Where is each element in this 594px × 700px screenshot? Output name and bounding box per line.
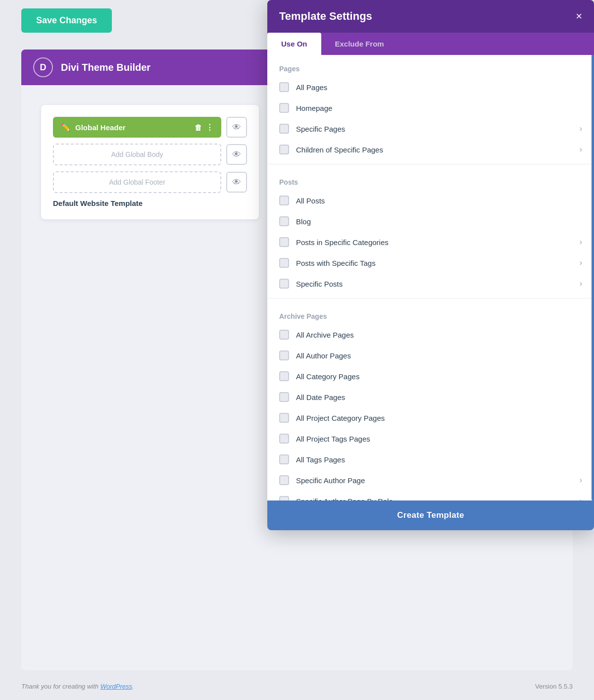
footer-text: Thank you for creating with WordPress. <box>21 683 134 690</box>
option-homepage[interactable]: Homepage <box>267 98 594 118</box>
global-header-row: ✏️ Global Header 🗑 ⋮ 👁 <box>53 117 247 138</box>
modal-header: Template Settings × <box>267 0 594 33</box>
scroll-indicator <box>592 55 594 500</box>
global-header-button[interactable]: ✏️ Global Header 🗑 ⋮ <box>53 117 221 138</box>
option-all-author-pages[interactable]: All Author Pages <box>267 345 594 366</box>
body-visibility-button[interactable]: 👁 <box>226 144 247 165</box>
checkbox-all-category-pages[interactable] <box>279 371 289 381</box>
pages-section-label: Pages <box>267 55 594 77</box>
checkbox-blog[interactable] <box>279 216 289 226</box>
label-children-specific-pages: Children of Specific Pages <box>296 146 573 154</box>
checkbox-all-date-pages[interactable] <box>279 392 289 402</box>
divider-pages-posts <box>267 164 594 164</box>
checkbox-all-project-tags-pages[interactable] <box>279 434 289 444</box>
header-action-icons: 🗑 ⋮ <box>195 123 213 132</box>
option-all-archive-pages[interactable]: All Archive Pages <box>267 324 594 345</box>
version-text: Version 5.5.3 <box>535 683 573 690</box>
label-blog: Blog <box>296 217 582 226</box>
eye-icon-footer: 👁 <box>232 177 241 188</box>
checkbox-posts-specific-categories[interactable] <box>279 237 289 247</box>
checkbox-posts-specific-tags[interactable] <box>279 258 289 268</box>
option-blog[interactable]: Blog <box>267 211 594 232</box>
label-all-archive-pages: All Archive Pages <box>296 331 582 339</box>
label-all-pages: All Pages <box>296 83 582 92</box>
chevron-posts-specific-categories: › <box>580 238 582 247</box>
label-all-tags-pages: All Tags Pages <box>296 455 582 464</box>
option-specific-author-page-by-role[interactable]: Specific Author Page By Role › <box>267 491 594 500</box>
divi-title: Divi Theme Builder <box>61 62 150 73</box>
checkbox-children-specific-pages[interactable] <box>279 145 289 154</box>
footer-suffix: . <box>132 683 134 690</box>
chevron-children-specific-pages: › <box>580 145 582 154</box>
label-all-project-category-pages: All Project Category Pages <box>296 414 582 422</box>
label-all-project-tags-pages: All Project Tags Pages <box>296 435 582 443</box>
chevron-specific-author-page-by-role: › <box>580 497 582 500</box>
option-children-specific-pages[interactable]: Children of Specific Pages › <box>267 139 594 160</box>
option-specific-posts[interactable]: Specific Posts › <box>267 273 594 294</box>
option-all-project-tags-pages[interactable]: All Project Tags Pages <box>267 428 594 449</box>
checkbox-all-pages[interactable] <box>279 82 289 92</box>
label-all-category-pages: All Category Pages <box>296 372 582 381</box>
footer-prefix: Thank you for creating with <box>21 683 100 690</box>
option-all-tags-pages[interactable]: All Tags Pages <box>267 449 594 470</box>
checkbox-specific-author-page[interactable] <box>279 475 289 485</box>
checkbox-all-project-category-pages[interactable] <box>279 413 289 423</box>
eye-icon-body: 👁 <box>232 150 241 160</box>
label-specific-author-page: Specific Author Page <box>296 476 573 485</box>
tab-use-on[interactable]: Use On <box>267 33 321 55</box>
option-specific-pages[interactable]: Specific Pages › <box>267 118 594 139</box>
option-posts-specific-tags[interactable]: Posts with Specific Tags › <box>267 252 594 273</box>
add-global-footer-button[interactable]: Add Global Footer <box>53 171 221 193</box>
option-all-pages[interactable]: All Pages <box>267 77 594 98</box>
label-all-posts: All Posts <box>296 197 582 205</box>
modal-overlay: Template Settings × Use On Exclude From … <box>267 0 594 530</box>
template-settings-modal: Template Settings × Use On Exclude From … <box>267 0 594 530</box>
option-posts-specific-categories[interactable]: Posts in Specific Categories › <box>267 232 594 252</box>
global-footer-row: Add Global Footer 👁 <box>53 171 247 193</box>
add-global-body-button[interactable]: Add Global Body <box>53 144 221 165</box>
label-posts-specific-categories: Posts in Specific Categories <box>296 238 573 247</box>
pencil-icon: ✏️ <box>61 123 70 132</box>
label-specific-posts: Specific Posts <box>296 280 573 288</box>
option-all-project-category-pages[interactable]: All Project Category Pages <box>267 407 594 428</box>
checkbox-all-posts[interactable] <box>279 196 289 205</box>
divider-posts-archive <box>267 298 594 299</box>
option-all-posts[interactable]: All Posts <box>267 190 594 211</box>
wordpress-link[interactable]: WordPress <box>100 683 132 690</box>
tab-exclude-from[interactable]: Exclude From <box>321 33 398 55</box>
checkbox-all-archive-pages[interactable] <box>279 330 289 340</box>
chevron-specific-posts: › <box>580 279 582 288</box>
trash-icon[interactable]: 🗑 <box>195 123 202 132</box>
more-icon[interactable]: ⋮ <box>206 123 213 132</box>
checkbox-specific-posts[interactable] <box>279 279 289 289</box>
create-template-button[interactable]: Create Template <box>267 500 594 530</box>
save-changes-button[interactable]: Save Changes <box>21 8 112 33</box>
label-all-author-pages: All Author Pages <box>296 351 582 360</box>
option-specific-author-page[interactable]: Specific Author Page › <box>267 470 594 491</box>
header-visibility-button[interactable]: 👁 <box>226 117 247 138</box>
template-card: ✏️ Global Header 🗑 ⋮ 👁 Add Global Body 👁 <box>41 105 259 219</box>
checkbox-all-tags-pages[interactable] <box>279 454 289 464</box>
modal-title: Template Settings <box>279 10 372 23</box>
checkbox-all-author-pages[interactable] <box>279 350 289 360</box>
posts-section-label: Posts <box>267 168 594 190</box>
eye-icon: 👁 <box>232 122 241 133</box>
modal-tabs: Use On Exclude From <box>267 33 594 55</box>
label-homepage: Homepage <box>296 104 582 112</box>
label-posts-specific-tags: Posts with Specific Tags <box>296 259 573 267</box>
chevron-specific-pages: › <box>580 124 582 133</box>
option-all-date-pages[interactable]: All Date Pages <box>267 387 594 407</box>
modal-close-button[interactable]: × <box>576 11 582 22</box>
checkbox-homepage[interactable] <box>279 103 289 113</box>
option-all-category-pages[interactable]: All Category Pages <box>267 366 594 387</box>
archive-section-label: Archive Pages <box>267 302 594 324</box>
global-body-row: Add Global Body 👁 <box>53 144 247 165</box>
label-specific-pages: Specific Pages <box>296 125 573 133</box>
checkbox-specific-author-page-by-role[interactable] <box>279 496 289 500</box>
label-all-date-pages: All Date Pages <box>296 393 582 401</box>
divi-logo: D <box>33 57 53 77</box>
modal-content[interactable]: Pages All Pages Homepage Specific Pages … <box>267 55 594 500</box>
label-specific-author-page-by-role: Specific Author Page By Role <box>296 497 573 501</box>
footer-visibility-button[interactable]: 👁 <box>226 172 247 193</box>
checkbox-specific-pages[interactable] <box>279 124 289 134</box>
